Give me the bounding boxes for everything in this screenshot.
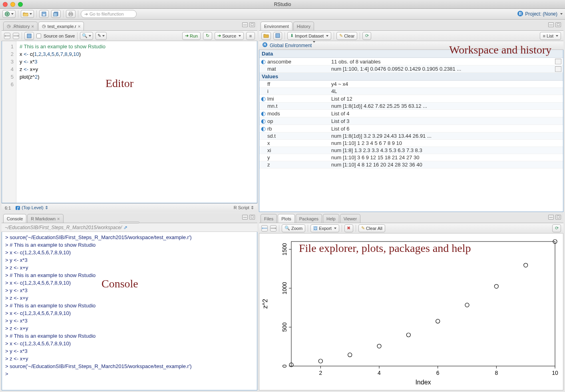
source-button[interactable]: ➔Source [215,32,244,40]
env-value-row[interactable]: y num [1:10] 3 6 9 12 15 18 21 24 27 30 [259,154,563,161]
svg-text:R: R [519,12,522,16]
rerun-button[interactable]: ↻ [203,32,212,40]
import-dataset-button[interactable]: ⬇Import Dataset [287,32,331,40]
env-value-row[interactable]: i 4L [259,88,563,95]
close-icon[interactable]: × [31,24,34,29]
language-selector[interactable]: R Script [234,205,249,210]
console-tab-console[interactable]: Console [3,214,26,223]
project-menu[interactable]: R Project: (None) [517,10,563,18]
find-button[interactable]: 🔍 [80,32,93,40]
view-mode-button[interactable]: ≡ List [540,32,561,40]
grid-icon[interactable] [555,66,561,72]
save-button[interactable] [39,10,49,18]
remove-icon: ✖ [347,226,350,231]
env-value-row[interactable]: ◐ mods List of 4 [259,110,563,117]
env-value-row[interactable]: mn.t num [1:8(1d)] 4.62 7.62 25.25 35 63… [259,103,563,110]
svg-text:1500: 1500 [281,243,288,255]
code-content[interactable]: # This is an example to show Rstudiox <-… [16,41,257,203]
source-on-save-checkbox[interactable] [36,34,41,38]
env-value-row[interactable]: ff y4 ~ x4 [259,81,563,88]
run-button[interactable]: ➔Run [182,32,201,40]
env-value-row[interactable]: x num [1:10] 1 2 3 4 5 6 7 8 9 10 [259,140,563,147]
goto-file-function-input[interactable]: ➔ Go to file/function [81,10,137,18]
minimize-pane-button[interactable]: — [242,215,248,220]
svg-text:z^2: z^2 [262,299,269,309]
goto-dir-icon[interactable]: ⇗ [123,225,127,230]
plots-tab-help[interactable]: Help [323,214,339,223]
window-zoom-button[interactable] [18,2,23,7]
remove-plot-button[interactable]: ✖ [344,224,353,232]
svg-rect-14 [291,242,555,366]
save-doc-button[interactable] [24,32,34,40]
next-plot-button[interactable]: ⟹ [270,225,277,232]
prev-plot-button[interactable]: ⟸ [261,225,268,232]
svg-point-39 [465,303,469,307]
expand-icon[interactable]: ◐ [261,118,267,124]
minimize-pane-button[interactable]: — [548,22,554,27]
expand-icon[interactable]: ◐ [261,110,267,117]
env-value-row[interactable]: sd.t num [1:8(1d)] 3.2 3.29 24.43 13.44 … [259,133,563,140]
editor-tab-rhistory[interactable]: ◷ .Rhistory × [3,22,38,30]
svg-rect-6 [70,12,72,13]
env-value-row[interactable]: ◐ lmi List of 12 [259,95,563,103]
refresh-plots-button[interactable]: ⟳ [552,224,561,232]
maximize-pane-button[interactable]: ☐ [555,215,561,220]
env-data-row[interactable]: ◐ anscombe 11 obs. of 8 variables [259,58,563,65]
editor-tabs: ◷ .Rhistory × ◷ test_example.r × —☐ [2,21,257,31]
console-tab-rmarkdown[interactable]: R Markdown × [27,214,63,223]
clear-all-plots-button[interactable]: ✎Clear All [358,224,385,232]
minimize-pane-button[interactable]: — [242,22,248,27]
doc-outline-button[interactable]: ≡ [246,32,255,40]
plots-tab-files[interactable]: Files [261,214,277,223]
save-icon [275,33,280,39]
maximize-pane-button[interactable]: ☐ [249,215,255,220]
plots-tab-packages[interactable]: Packages [296,214,322,223]
svg-point-41 [524,263,528,267]
expand-icon[interactable]: ◐ [261,58,267,65]
pane-resize-handle[interactable] [119,222,139,224]
forward-button[interactable]: ⟹ [13,33,19,39]
env-value-row[interactable]: ◐ rb List of 6 [259,125,563,133]
scope-label[interactable]: (Top Level) ⇕ [22,205,48,210]
refresh-env-button[interactable]: ⟳ [362,32,371,40]
env-tab-environment[interactable]: Environment [261,22,292,30]
console-output[interactable]: > source('~/EducationSIB/First_Steps_R_M… [2,232,257,390]
env-data-row[interactable]: mat num [1:100, 1:4] 0.0476 0.0952 0.142… [259,65,563,73]
svg-point-36 [377,344,381,348]
plots-tab-plots[interactable]: Plots [278,214,294,223]
save-all-button[interactable] [51,10,61,18]
new-file-button[interactable] [2,10,16,18]
plus-icon [4,11,10,17]
close-icon[interactable]: × [57,216,60,221]
export-button[interactable]: 🖼Export [310,224,339,232]
code-editor[interactable]: 123456 # This is an example to show Rstu… [2,41,257,203]
maximize-pane-button[interactable]: ☐ [249,22,255,27]
minimize-pane-button[interactable]: — [548,215,554,220]
env-list[interactable]: Data ◐ anscombe 11 obs. of 8 variables m… [259,50,563,212]
env-tab-history[interactable]: History [293,22,314,30]
print-button[interactable] [66,10,76,18]
window-close-button[interactable] [3,2,8,7]
env-scope-selector[interactable]: Global Environment [270,43,315,48]
maximize-pane-button[interactable]: ☐ [555,22,561,27]
save-workspace-button[interactable] [273,32,282,40]
main-toolbar: ➔ Go to file/function R Project: (None) [0,9,565,20]
window-minimize-button[interactable] [10,2,15,7]
clear-workspace-button[interactable]: ✎Clear [336,32,357,40]
back-button[interactable]: ⟸ [4,33,10,39]
code-tools-button[interactable]: ✎ [95,32,107,40]
env-value-row[interactable]: z num [1:10] 4 8 12 16 20 24 28 32 36 40 [259,161,563,168]
close-icon[interactable]: × [78,24,80,29]
plot-area: 246810050010001500Indexz^2 [259,234,563,390]
magnifier-icon: 🔍 [82,33,88,38]
expand-icon[interactable]: ◐ [261,95,267,102]
env-value-row[interactable]: ◐ op List of 3 [259,117,563,125]
open-file-button[interactable] [21,10,34,18]
plots-tab-viewer[interactable]: Viewer [340,214,360,223]
editor-tab-test-example[interactable]: ◷ test_example.r × [38,22,84,30]
grid-icon[interactable] [555,59,561,64]
load-workspace-button[interactable] [261,32,271,40]
zoom-button[interactable]: 🔍Zoom [282,224,305,232]
expand-icon[interactable]: ◐ [261,125,267,132]
env-value-row[interactable]: xi num [1:8] 1.3 2.3 3.3 4.3 5.3 6.3 7.3… [259,147,563,154]
